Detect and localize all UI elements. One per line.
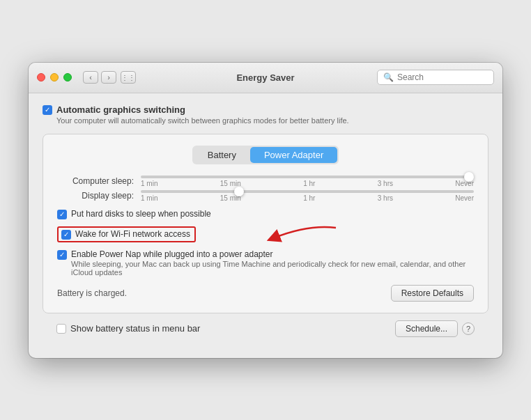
- settings-panel: Battery Power Adapter Computer sleep: 1 …: [43, 134, 488, 313]
- tick-1hr-ds: 1 hr: [303, 194, 315, 202]
- window-title: Energy Saver: [236, 72, 294, 83]
- wifi-checkmark: ✓: [63, 231, 69, 238]
- forward-button[interactable]: ›: [101, 71, 116, 84]
- computer-sleep-slider[interactable]: 1 min 15 min 1 hr 3 hrs Never: [141, 176, 474, 187]
- red-arrow: [266, 221, 343, 256]
- wifi-label: Wake for Wi-Fi network access: [75, 229, 190, 239]
- grid-button[interactable]: ⋮⋮: [121, 71, 136, 84]
- tick-1min-cs: 1 min: [141, 180, 157, 187]
- power-nap-row: ✓ Enable Power Nap while plugged into a …: [57, 249, 474, 277]
- maximize-button[interactable]: [63, 73, 72, 81]
- nav-buttons: ‹ ›: [83, 71, 116, 84]
- display-sleep-track: [141, 190, 474, 193]
- restore-defaults-button[interactable]: Restore Defaults: [391, 285, 474, 302]
- tick-3hrs-ds: 3 hrs: [378, 194, 393, 202]
- tick-3hrs-cs: 3 hrs: [378, 180, 393, 187]
- content-area: ✓ Automatic graphics switching Your comp…: [29, 93, 502, 358]
- titlebar: ‹ › ⋮⋮ Energy Saver 🔍: [29, 63, 502, 93]
- display-sleep-row: Display sleep: 1 min 15 min 1 hr 3 hrs N…: [57, 190, 474, 202]
- back-button[interactable]: ‹: [83, 71, 98, 84]
- traffic-lights: [37, 73, 72, 81]
- tab-bar: Battery Power Adapter: [57, 146, 474, 164]
- tick-1min-ds: 1 min: [141, 194, 157, 202]
- auto-graphics-label: Automatic graphics switching: [56, 104, 349, 115]
- hard-disks-checkbox[interactable]: ✓: [57, 210, 67, 219]
- power-nap-sublabel: While sleeping, your Mac can back up usi…: [71, 260, 474, 277]
- tab-power-adapter[interactable]: Power Adapter: [250, 147, 337, 163]
- tab-battery[interactable]: Battery: [194, 147, 250, 163]
- show-battery-checkbox[interactable]: [56, 324, 66, 334]
- search-icon: 🔍: [383, 72, 394, 82]
- help-button[interactable]: ?: [462, 322, 475, 335]
- computer-sleep-row: Computer sleep: 1 min 15 min 1 hr 3 hrs …: [57, 176, 474, 187]
- minimize-button[interactable]: [50, 73, 59, 81]
- auto-graphics-row: ✓ Automatic graphics switching Your comp…: [43, 104, 488, 125]
- close-button[interactable]: [37, 73, 45, 81]
- display-sleep-thumb[interactable]: [234, 187, 244, 196]
- computer-sleep-label: Computer sleep:: [57, 176, 134, 186]
- wifi-highlight-box: ✓ Wake for Wi-Fi network access: [57, 226, 196, 242]
- panel-bottom-bar: Battery is charged. Restore Defaults: [57, 285, 474, 302]
- wifi-checkbox[interactable]: ✓: [61, 230, 71, 240]
- wifi-row: ✓ Wake for Wi-Fi network access: [57, 226, 474, 242]
- auto-graphics-description: Your computer will automatically switch …: [56, 116, 349, 125]
- auto-graphics-text: Automatic graphics switching Your comput…: [56, 104, 349, 125]
- search-input[interactable]: [397, 72, 488, 82]
- tab-container: Battery Power Adapter: [192, 146, 339, 164]
- battery-status: Battery is charged.: [57, 288, 127, 298]
- show-battery-label: Show battery status in menu bar: [70, 323, 200, 334]
- hard-disks-row: ✓ Put hard disks to sleep when possible: [57, 209, 474, 219]
- display-sleep-slider[interactable]: 1 min 15 min 1 hr 3 hrs Never: [141, 190, 474, 202]
- main-window: ‹ › ⋮⋮ Energy Saver 🔍 ✓ Automatic graphi…: [29, 63, 502, 358]
- tick-1hr-cs: 1 hr: [303, 180, 315, 187]
- hard-disks-checkmark: ✓: [59, 211, 65, 218]
- checkmark-icon: ✓: [45, 107, 50, 114]
- show-battery-row: Show battery status in menu bar: [56, 323, 200, 334]
- computer-sleep-track: [141, 176, 474, 178]
- power-nap-checkmark: ✓: [59, 251, 65, 258]
- display-sleep-label: Display sleep:: [57, 191, 134, 201]
- power-nap-checkbox[interactable]: ✓: [57, 250, 67, 260]
- search-bar[interactable]: 🔍: [377, 70, 494, 85]
- computer-sleep-ticks: 1 min 15 min 1 hr 3 hrs Never: [141, 180, 474, 187]
- tick-never-ds: Never: [455, 194, 474, 202]
- auto-graphics-checkbox[interactable]: ✓: [43, 105, 52, 115]
- schedule-button[interactable]: Schedule...: [395, 320, 458, 337]
- hard-disks-label: Put hard disks to sleep when possible: [71, 209, 211, 219]
- window-bottom: Show battery status in menu bar Schedule…: [43, 313, 488, 347]
- display-sleep-ticks: 1 min 15 min 1 hr 3 hrs Never: [141, 194, 474, 202]
- computer-sleep-thumb[interactable]: [464, 172, 474, 182]
